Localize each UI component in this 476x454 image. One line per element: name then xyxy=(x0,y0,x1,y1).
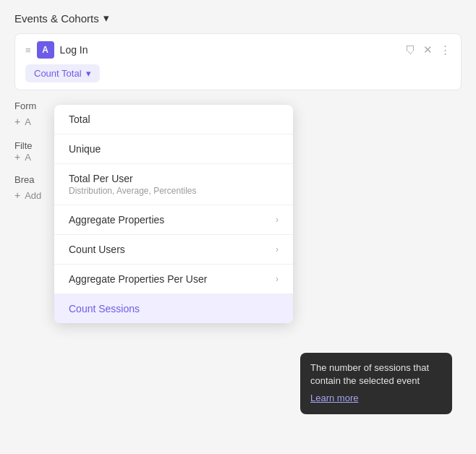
dropdown-item-count-sessions-label: Count Sessions xyxy=(69,303,140,314)
dropdown-menu: Total Unique Total Per User Distribution… xyxy=(54,105,293,323)
main-container: Events & Cohorts ▾ ≡ A Log In ⛉ ✕ ⋮ Coun… xyxy=(0,0,476,454)
avatar: A xyxy=(37,41,54,59)
dropdown-item-aggregate-properties-label: Aggregate Properties xyxy=(69,214,164,226)
event-actions: ⛉ ✕ ⋮ xyxy=(405,43,451,56)
chevron-right-icon-3: › xyxy=(276,274,279,284)
add-filter-label: A xyxy=(25,152,31,163)
header-title[interactable]: Events & Cohorts ▾ xyxy=(14,12,462,25)
event-card: ≡ A Log In ⛉ ✕ ⋮ Count Total ▾ xyxy=(14,33,462,90)
dropdown-item-total-per-user[interactable]: Total Per User Distribution, Average, Pe… xyxy=(54,164,293,205)
drag-handle-icon[interactable]: ≡ xyxy=(25,45,31,56)
event-card-header: ≡ A Log In ⛉ ✕ ⋮ xyxy=(25,41,451,59)
dropdown-item-total[interactable]: Total xyxy=(54,105,293,134)
plus-icon: + xyxy=(14,116,20,127)
add-form-label: A xyxy=(25,116,31,127)
dropdown-item-unique-label: Unique xyxy=(69,143,101,155)
close-icon[interactable]: ✕ xyxy=(423,43,433,56)
dropdown-item-total-label: Total xyxy=(69,113,90,125)
dropdown-item-count-users-label: Count Users xyxy=(69,244,125,255)
dropdown-item-count-sessions[interactable]: Count Sessions xyxy=(54,294,293,323)
event-name: Log In xyxy=(60,44,399,56)
header: Events & Cohorts ▾ xyxy=(0,0,476,33)
tooltip: The number of sessions that contain the … xyxy=(300,353,452,414)
tooltip-learn-more-link[interactable]: Learn more xyxy=(310,393,358,403)
chevron-right-icon-2: › xyxy=(276,244,279,254)
dropdown-item-aggregate-properties-per-user[interactable]: Aggregate Properties Per User › xyxy=(54,265,293,294)
dropdown-item-unique[interactable]: Unique xyxy=(54,134,293,163)
count-total-chevron-icon: ▾ xyxy=(86,68,91,79)
header-title-text: Events & Cohorts xyxy=(14,12,99,25)
dropdown-item-total-per-user-label: Total Per User xyxy=(69,173,197,184)
chevron-right-icon-1: › xyxy=(276,215,279,225)
more-options-icon[interactable]: ⋮ xyxy=(440,43,451,56)
event-section: ≡ A Log In ⛉ ✕ ⋮ Count Total ▾ xyxy=(0,33,476,90)
dropdown-item-total-per-user-content: Total Per User Distribution, Average, Pe… xyxy=(69,173,197,196)
dropdown-item-total-per-user-subtitle: Distribution, Average, Percentiles xyxy=(69,186,197,196)
dropdown-item-aggregate-properties-per-user-label: Aggregate Properties Per User xyxy=(69,273,207,285)
header-chevron-icon: ▾ xyxy=(103,12,109,25)
dropdown-item-aggregate-properties[interactable]: Aggregate Properties › xyxy=(54,205,293,234)
tooltip-text: The number of sessions that contain the … xyxy=(310,361,442,387)
dropdown-item-count-users[interactable]: Count Users › xyxy=(54,235,293,264)
add-break-label: Add xyxy=(25,190,41,201)
plus-icon-break: + xyxy=(14,189,20,201)
filter-icon[interactable]: ⛉ xyxy=(405,44,416,56)
count-total-label: Count Total xyxy=(34,68,82,79)
count-total-button[interactable]: Count Total ▾ xyxy=(25,64,100,82)
plus-icon-filter: + xyxy=(14,151,20,163)
